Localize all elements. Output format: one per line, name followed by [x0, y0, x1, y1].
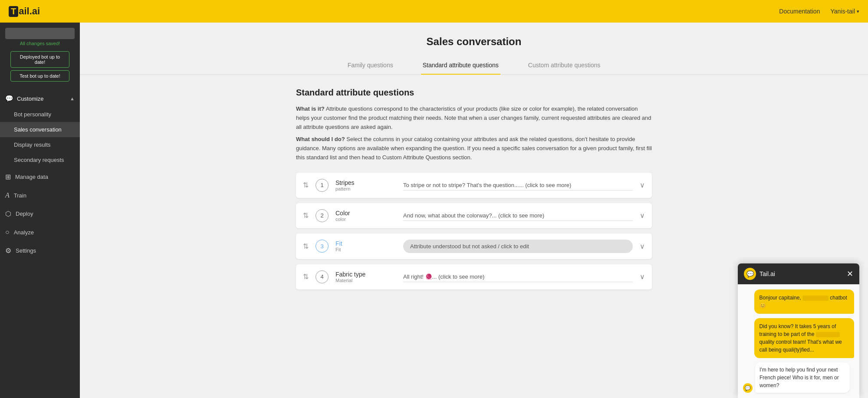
attr-question-input-1[interactable] — [403, 180, 633, 191]
search-input[interactable] — [5, 28, 75, 39]
attr-label-col-3: Fit Fit — [335, 240, 396, 252]
attr-label-col-4: Fabric type Material — [335, 271, 396, 283]
sidebar-item-bot-personality[interactable]: Bot personality — [0, 107, 80, 122]
sort-icon-1[interactable]: ⇅ — [303, 181, 309, 189]
logo-text: ail.ai — [19, 6, 40, 17]
chat-header: 💬 Tail.ai ✕ — [738, 263, 859, 284]
logo-t-letter: T — [9, 6, 18, 17]
inner-content: Standard attribute questions What is it?… — [279, 75, 669, 308]
save-status: All changes saved! — [5, 39, 75, 49]
attr-name-1: Stripes — [335, 179, 396, 186]
deploy-icon: ⬡ — [5, 210, 11, 218]
attr-label-col-1: Stripes pattern — [335, 179, 396, 191]
attr-number-1: 1 — [316, 179, 329, 192]
attr-name-3: Fit — [335, 240, 396, 247]
redacted-bar-1 — [802, 296, 829, 301]
chat-close-button[interactable]: ✕ — [847, 269, 853, 279]
sidebar-top: All changes saved! Deployed bot up to da… — [0, 23, 80, 87]
customize-header[interactable]: 💬 Customize ▲ — [0, 90, 80, 107]
attribute-rows: ⇅ 1 Stripes pattern ∨ ⇅ 2 Color color — [296, 173, 652, 289]
train-icon: A — [5, 191, 10, 199]
chat-bot-row-1: 💬 I'm here to help you find your next Fr… — [743, 362, 854, 393]
attr-question-disabled-3[interactable]: Attribute understood but not asked / cli… — [403, 240, 633, 253]
user-chevron-icon: ▾ — [857, 9, 859, 14]
attribute-row-2: ⇅ 2 Color color ∨ — [296, 203, 652, 228]
tab-family-questions[interactable]: Family questions — [346, 56, 395, 75]
info-what-text: Attribute questions correspond to the ch… — [296, 105, 651, 130]
attr-number-2: 2 — [316, 209, 329, 222]
sidebar-item-secondary-requests[interactable]: Secondary requests — [0, 152, 80, 168]
test-bot-button[interactable]: Test bot up to date! — [10, 70, 69, 82]
attr-sub-4: Material — [335, 278, 396, 283]
customize-chevron-icon: ▲ — [70, 96, 75, 101]
manage-data-label: Manage data — [15, 174, 48, 180]
analyze-label: Analyze — [14, 229, 34, 236]
customize-icon: 💬 — [5, 95, 13, 102]
attr-question-input-2[interactable] — [403, 211, 633, 221]
chat-header-left: 💬 Tail.ai — [744, 268, 775, 280]
attribute-row-3: ⇅ 3 Fit Fit Attribute understood but not… — [296, 234, 652, 259]
docs-link[interactable]: Documentation — [779, 8, 820, 15]
user-menu[interactable]: Yanis-tail ▾ — [830, 8, 859, 15]
redacted-bar-2 — [816, 332, 840, 337]
chat-avatar: 💬 — [744, 268, 756, 280]
tab-standard-attribute-questions[interactable]: Standard attribute questions — [421, 56, 500, 75]
manage-data-icon: ⊞ — [5, 173, 11, 181]
attr-sub-1: pattern — [335, 186, 396, 191]
sidebar-item-settings[interactable]: ⚙ Settings — [0, 241, 80, 260]
attr-number-3: 3 — [316, 240, 329, 253]
attr-sub-2: color — [335, 217, 396, 222]
chat-widget: 💬 Tail.ai ✕ Bonjour capitaine, chatbot 😊… — [738, 263, 859, 398]
analyze-icon: ○ — [5, 228, 10, 236]
attr-expand-icon-4[interactable]: ∨ — [640, 273, 645, 281]
sidebar-item-display-results[interactable]: Display results — [0, 137, 80, 152]
info-do-label: What should I do? — [296, 136, 345, 142]
info-what-label: What is it? — [296, 105, 325, 112]
topbar: T ail.ai Documentation Yanis-tail ▾ — [0, 0, 868, 23]
sort-icon-3[interactable]: ⇅ — [303, 242, 309, 250]
attr-expand-icon-3[interactable]: ∨ — [640, 242, 645, 250]
settings-icon: ⚙ — [5, 247, 11, 255]
chat-message-1-text: Bonjour capitaine, — [760, 295, 802, 301]
sidebar: All changes saved! Deployed bot up to da… — [0, 23, 80, 398]
info-do: What should I do? Select the columns in … — [296, 135, 652, 162]
attr-name-2: Color — [335, 210, 396, 217]
attr-question-input-4[interactable] — [403, 272, 633, 282]
attribute-row-4: ⇅ 4 Fabric type Material ∨ — [296, 264, 652, 289]
deploy-label: Deploy — [16, 211, 33, 217]
chat-message-2: Did you know? It takes 5 years of traini… — [754, 318, 854, 358]
deployed-bot-button[interactable]: Deployed bot up to date! — [10, 51, 69, 68]
train-label: Train — [14, 192, 26, 199]
sort-icon-2[interactable]: ⇅ — [303, 211, 309, 220]
attr-sub-3: Fit — [335, 247, 396, 252]
chat-message-2-text2: quality control team! That's what we cal… — [760, 339, 842, 353]
info-do-text: Select the columns in your catalog conta… — [296, 136, 652, 161]
chat-bot-message-1: I'm here to help you find your next Fren… — [755, 362, 850, 393]
attr-expand-icon-1[interactable]: ∨ — [640, 181, 645, 189]
customize-nav: Bot personality Sales conversation Displ… — [0, 107, 80, 168]
attribute-row-1: ⇅ 1 Stripes pattern ∨ — [296, 173, 652, 198]
user-label: Yanis-tail — [830, 8, 855, 15]
info-what: What is it? Attribute questions correspo… — [296, 105, 652, 132]
tab-custom-attribute-questions[interactable]: Custom attribute questions — [526, 56, 602, 75]
sidebar-item-deploy[interactable]: ⬡ Deploy — [0, 204, 80, 223]
tabs: Family questions Standard attribute ques… — [80, 56, 868, 75]
attr-label-col-2: Color color — [335, 210, 396, 222]
sidebar-item-train[interactable]: A Train — [0, 186, 80, 204]
sidebar-item-sales-conversation[interactable]: Sales conversation — [0, 122, 80, 137]
page-title: Sales conversation — [80, 23, 868, 56]
chat-messages: Bonjour capitaine, chatbot 😊 Did you kno… — [738, 284, 859, 398]
customize-section: 💬 Customize ▲ Bot personality Sales conv… — [0, 90, 80, 168]
chat-title: Tail.ai — [760, 270, 775, 277]
section-title: Standard attribute questions — [296, 88, 652, 98]
attr-name-4: Fabric type — [335, 271, 396, 278]
topbar-right: Documentation Yanis-tail ▾ — [779, 8, 859, 15]
attr-expand-icon-2[interactable]: ∨ — [640, 211, 645, 220]
chat-message-1: Bonjour capitaine, chatbot 😊 — [754, 289, 854, 314]
bot-avatar: 💬 — [743, 383, 753, 393]
sidebar-item-manage-data[interactable]: ⊞ Manage data — [0, 168, 80, 186]
settings-label: Settings — [16, 247, 36, 254]
sort-icon-4[interactable]: ⇅ — [303, 273, 309, 281]
sidebar-item-analyze[interactable]: ○ Analyze — [0, 223, 80, 241]
logo: T ail.ai — [9, 6, 40, 17]
